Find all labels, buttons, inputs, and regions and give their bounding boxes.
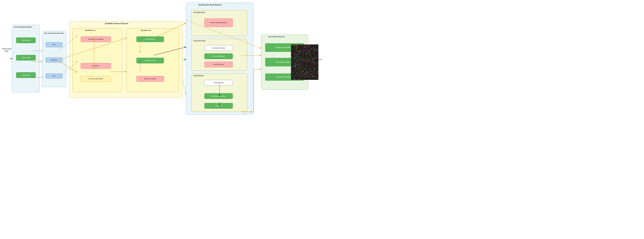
point-intra-box: Point Intra Part Offset [204,45,233,51]
point-head-region: (4.2) Point Head Point Intra Part Offset… [192,39,247,71]
pillar-based-box: Pillar-based [16,55,36,61]
point-head-label: (4.2) Point Head [194,40,206,42]
middle-feature-extractor-label: (3) Middle Feature Extractor [105,23,128,25]
architecture-diagram: Point Cloud Data (1) Data Representation… [0,0,322,120]
roi-feature-extraction-box: RoI Feature Extraction [204,93,233,99]
backbone3d-region: Backbone 3D 3D Sparse Convolution PointN… [72,28,122,92]
backbone2d-label: Backbone 2D [141,30,151,31]
local-feature-encoder-region: (2) Local Feature Encoder VFE MeanVFE PF… [42,31,66,87]
detection-head-region: (4) Detection Head Network (4.1) RPN Hea… [186,3,253,115]
pfe-box: PFE [46,74,62,79]
roi-head-region: (4.3) RoIHead Proposal Layer RoI Feature… [192,74,247,112]
local-feature-encoder-label: (2) Local Feature Encoder [44,32,64,34]
data-representation-region: (1) Data Representation Voxel-based Pill… [12,25,40,92]
proposal-layer-box: Proposal Layer [204,80,233,86]
backbone-scatter-box: Backbone Scatter [136,76,164,82]
voxel-set-abstraction-box: Voxel Set Abstraction [81,76,111,82]
bev-backbone-box: BEV Backbone [136,36,164,42]
svg-line-17 [183,80,186,94]
point-head-box-box: Point Head Box [204,62,233,67]
data-representation-label: (1) Data Representation [14,26,32,28]
point-head-simple-box: Point Head Simple [204,54,233,59]
fpn-box: Feature Pyramid Network [204,19,233,27]
vfe-box: VFE [46,42,62,47]
point-based-box: Point-based [16,72,36,78]
encoder-conv2d-box: Encoder Conv2d [136,58,164,63]
meanvfe-box: MeanVFE [46,58,62,63]
prediction-results-label: (5) Prediction Results [268,36,285,38]
pointnetpp-box: PointNet++ [81,63,111,69]
backbone3d-label: Backbone 3D [85,30,95,31]
point-cloud-label: Point Cloud Data [2,48,12,52]
backbone2d-region: Backbone 2D BEV Backbone Encoder Conv2d … [126,28,179,92]
detection-head-label: (4) Detection Head Network [198,4,222,6]
roi-head-label: (4.3) RoIHead [194,75,204,77]
voxel-based-box: Voxel-based [16,38,36,43]
rpn-head-region: (4.1) RPN Head Feature Pyramid Network [192,10,247,36]
rpn-head-label: (4.1) RPN Head [194,12,205,13]
middle-feature-extractor-region: (3) Middle Feature Extractor Backbone 3D… [69,21,183,98]
roi-head-box: RoI Head [204,103,233,109]
3d-sparse-conv-box: 3D Sparse Convolution [81,36,111,42]
lidar-image [291,44,318,80]
